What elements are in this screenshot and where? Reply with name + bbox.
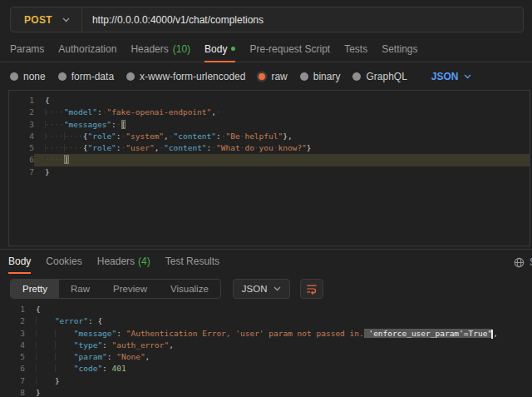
body-type-row: none form-data x-www-form-urlencoded raw… xyxy=(0,62,532,90)
radio-icon xyxy=(352,72,361,81)
raw-language-select[interactable]: JSON xyxy=(431,71,471,82)
code-line: 2····"model":·"fake-openai-endpoint",· xyxy=(9,107,530,118)
code-line: 2 "error": { xyxy=(0,315,532,327)
line-number: 7 xyxy=(0,375,25,387)
view-tab-preview[interactable]: Preview xyxy=(101,280,159,298)
line-number: 4 xyxy=(9,131,34,142)
request-tabs: Params Authorization Headers(10) Body Pr… xyxy=(0,37,532,62)
line-number: 1 xyxy=(9,95,34,107)
code-line: 5········{"role":·"user",·"content":·"Wh… xyxy=(9,142,530,154)
request-url-bar: POST http://0.0.0.0:4000/v1/chat/complet… xyxy=(10,7,524,32)
line-number: 6 xyxy=(9,154,34,166)
response-tab-cookies[interactable]: Cookies xyxy=(46,250,81,274)
chevron-down-icon xyxy=(273,286,281,291)
code-line: 4 "type": "auth_error", xyxy=(0,340,532,351)
globe-icon[interactable] xyxy=(513,256,525,269)
code-line: 1{ xyxy=(0,304,532,315)
tab-authorization[interactable]: Authorization xyxy=(58,37,116,62)
code-line: 7} xyxy=(9,166,530,178)
radio-x-www-form-urlencoded[interactable]: x-www-form-urlencoded xyxy=(126,71,245,82)
line-number: 7 xyxy=(9,166,34,178)
radio-graphql[interactable]: GraphQL xyxy=(352,71,406,82)
line-number: 5 xyxy=(0,351,25,363)
line-number: 2 xyxy=(9,107,34,118)
view-tab-pretty[interactable]: Pretty xyxy=(11,280,59,298)
wrap-text-icon xyxy=(306,283,318,295)
response-headers-count: (4) xyxy=(138,256,150,267)
response-view-row: Pretty Raw Preview Visualize JSON xyxy=(10,279,524,299)
response-language-select[interactable]: JSON xyxy=(233,279,291,299)
tab-body[interactable]: Body xyxy=(204,37,235,62)
radio-binary[interactable]: binary xyxy=(300,71,341,82)
url-input[interactable]: http://0.0.0.0:4000/v1/chat/completions xyxy=(82,14,264,26)
code-line: 7 } xyxy=(0,375,532,387)
line-number: 1 xyxy=(0,304,25,315)
line-number: 3 xyxy=(0,328,25,340)
response-tab-test-results[interactable]: Test Results xyxy=(165,250,219,274)
radio-none[interactable]: none xyxy=(10,71,46,82)
line-number: 8 xyxy=(0,387,25,397)
code-line: 5 "param": "None", xyxy=(0,351,532,363)
response-body-editor[interactable]: 1{2 "error": {3 "message": "Authenticati… xyxy=(0,300,532,397)
code-line: 3 "message": "Authentication Error, 'use… xyxy=(0,328,532,340)
code-line: 6····] xyxy=(9,154,530,166)
radio-form-data[interactable]: form-data xyxy=(58,71,114,82)
tab-tests[interactable]: Tests xyxy=(344,37,367,62)
tab-pre-request-script[interactable]: Pre-request Script xyxy=(249,37,330,62)
radio-raw[interactable]: raw xyxy=(258,71,287,82)
wrap-text-button[interactable] xyxy=(300,279,323,299)
code-line: 3····"messages":·[ xyxy=(9,119,530,131)
view-tab-visualize[interactable]: Visualize xyxy=(159,280,220,298)
code-line: 8} xyxy=(0,387,532,397)
radio-selected-icon xyxy=(259,73,265,80)
response-tabs: Body Cookies Headers(4) Test Results S xyxy=(0,249,532,274)
tab-params[interactable]: Params xyxy=(10,37,44,62)
line-number: 3 xyxy=(9,119,34,131)
chevron-down-icon[interactable] xyxy=(62,17,70,22)
headers-count: (10) xyxy=(173,43,190,55)
code-line: 6 "code": 401 xyxy=(0,363,532,375)
response-tab-body[interactable]: Body xyxy=(8,250,31,274)
radio-icon xyxy=(10,72,18,81)
method-dropdown[interactable]: POST xyxy=(11,14,62,26)
tab-settings[interactable]: Settings xyxy=(382,37,417,62)
response-view-tabs: Pretty Raw Preview Visualize xyxy=(10,279,221,299)
view-tab-raw[interactable]: Raw xyxy=(59,280,101,298)
unsaved-changes-dot xyxy=(231,47,235,51)
chevron-down-icon xyxy=(464,74,471,79)
radio-icon xyxy=(300,72,308,81)
radio-icon xyxy=(58,72,66,81)
line-number: 4 xyxy=(0,340,25,351)
tab-headers[interactable]: Headers(10) xyxy=(131,37,190,62)
code-line: 1{ xyxy=(9,95,530,107)
request-body-editor[interactable]: 1{2····"model":·"fake-openai-endpoint",·… xyxy=(8,90,530,246)
radio-icon xyxy=(126,72,135,81)
code-line: 4········{"role":·"system",·"content":·"… xyxy=(9,131,530,142)
request-url-bar-wrap: POST http://0.0.0.0:4000/v1/chat/complet… xyxy=(0,0,532,37)
response-tab-headers[interactable]: Headers(4) xyxy=(97,250,150,274)
line-number: 5 xyxy=(9,142,34,154)
line-number: 2 xyxy=(0,315,25,327)
line-number: 6 xyxy=(0,363,25,375)
